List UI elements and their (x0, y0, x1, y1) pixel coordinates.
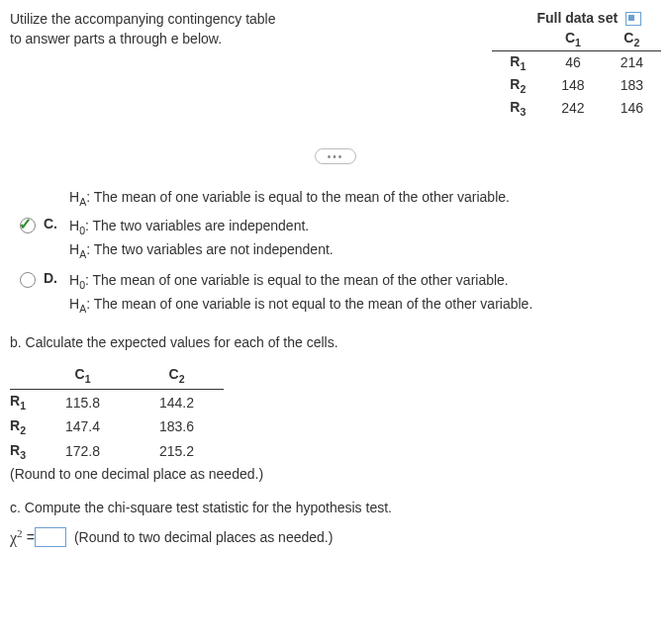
exp-r1c2: 144.2 (130, 390, 224, 414)
instruction-text: Utilize the accompanying contingency tab… (10, 10, 287, 119)
cell-r3c1: 242 (543, 97, 602, 120)
option-body: H0: The mean of one variable is equal to… (69, 270, 532, 317)
exp-row-r1: R1 (10, 390, 36, 414)
option-letter: C. (44, 216, 61, 231)
equals-text: = (27, 529, 35, 545)
full-data-set-label: Full data set (536, 10, 618, 26)
radio-icon[interactable] (20, 218, 36, 233)
cell-r3c2: 146 (603, 97, 661, 120)
exp-r3c1: 172.8 (36, 439, 130, 464)
exp-row-r2: R2 (10, 414, 36, 439)
new-window-icon[interactable] (625, 12, 641, 26)
full-data-set-header: Full data set (384, 10, 661, 26)
cell-r2c2: 183 (603, 74, 661, 97)
exp-col-c2: C2 (130, 362, 224, 389)
chi-square-input[interactable] (35, 527, 66, 547)
exp-r2c2: 183.6 (130, 414, 224, 439)
exp-col-c1: C1 (36, 362, 130, 389)
radio-icon[interactable] (20, 272, 36, 288)
cell-r2c1: 148 (543, 74, 602, 97)
answer-option-d[interactable]: D. H0: The mean of one variable is equal… (20, 270, 661, 317)
option-body: H0: The two variables are independent. H… (69, 216, 334, 262)
part-b-prompt: b. Calculate the expected values for eac… (10, 334, 661, 350)
chi-square-symbol: χ2 (10, 527, 23, 547)
option-letter: D. (44, 270, 61, 286)
part-c-note: (Round to two decimal places as needed.) (74, 529, 333, 545)
contingency-table: C1 C2 R1 46 214 R2 148 183 R3 242 146 (492, 28, 661, 119)
col-header-c2: C2 (603, 28, 661, 50)
part-c-prompt: c. Compute the chi-square test statistic… (10, 500, 661, 515)
exp-r3c2: 215.2 (130, 439, 224, 464)
expand-pill-icon[interactable]: ••• (315, 148, 356, 164)
row-header-r3: R3 (492, 97, 543, 120)
exp-r1c1: 115.8 (36, 390, 130, 414)
expected-values-table: C1 C2 R1 115.8 144.2 R2 147.4 183.6 R3 1… (10, 362, 224, 463)
cell-r1c2: 214 (603, 51, 661, 74)
exp-row-r3: R3 (10, 439, 36, 464)
row-header-r1: R1 (492, 51, 543, 74)
col-header-c1: C1 (543, 28, 602, 50)
row-header-r2: R2 (492, 74, 543, 97)
part-b-note: (Round to one decimal place as needed.) (10, 466, 661, 482)
cell-r1c1: 46 (543, 51, 602, 74)
partial-option-ha: HA: The mean of one variable is equal to… (69, 189, 661, 208)
answer-option-c[interactable]: C. H0: The two variables are independent… (20, 216, 661, 262)
exp-r2c1: 147.4 (36, 414, 130, 439)
